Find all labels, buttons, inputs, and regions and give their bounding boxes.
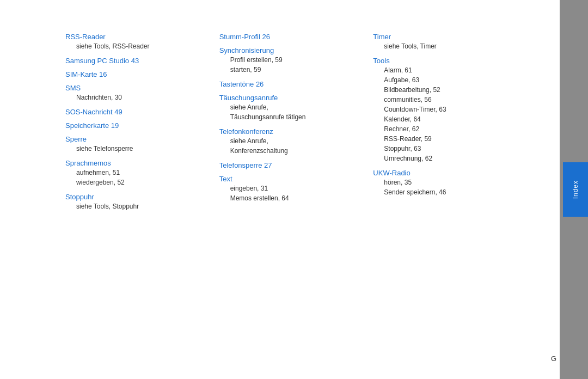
entry-sub-tools: Countdown-Timer, 63 bbox=[373, 105, 516, 114]
entry-sub-text: Memos erstellen, 64 bbox=[219, 193, 363, 203]
entry-sub-tools: RSS-Reader, 59 bbox=[373, 134, 516, 144]
page-letter: G bbox=[551, 354, 556, 363]
entry-sub-tools: Aufgabe, 63 bbox=[373, 75, 516, 85]
entry-title-telefonkonferenz: Telefonkonferenz bbox=[219, 127, 363, 136]
entry-ukw-radio: UKW-Radiohören, 35Sender speichern, 46 bbox=[373, 169, 516, 197]
sidebar: Index bbox=[560, 0, 588, 379]
entry-sub-sprachmemos: wiedergeben, 52 bbox=[65, 178, 209, 187]
entry-sub-text: eingeben, 31 bbox=[219, 184, 363, 193]
entry-title-taeuschungsanrufe: Täuschungsanrufe bbox=[219, 94, 363, 102]
entry-title-sms: SMS bbox=[65, 84, 209, 92]
entry-sprachmemos: Sprachmemosaufnehmen, 51wiedergeben, 52 bbox=[65, 159, 209, 187]
entry-sub-timer: siehe Tools, Timer bbox=[373, 41, 516, 51]
entry-title-samsung-pc-studio: Samsung PC Studio 43 bbox=[65, 57, 209, 65]
entry-title-timer: Timer bbox=[373, 33, 516, 41]
entry-title-tastetoene: Tastentöne 26 bbox=[219, 80, 363, 88]
entry-telefonkonferenz: Telefonkonferenzsiehe Anrufe,Konferenzsc… bbox=[219, 127, 363, 156]
entry-title-rss-reader: RSS-Reader bbox=[65, 33, 209, 41]
entry-taeuschungsanrufe: Täuschungsanrufesiehe Anrufe,Täuschungsa… bbox=[219, 94, 363, 122]
entry-synchronisierung: SynchronisierungProfil erstellen, 59star… bbox=[219, 46, 363, 75]
entry-title-text: Text bbox=[219, 175, 363, 183]
entry-sub-tools: Bildbearbeitung, 52 bbox=[373, 85, 516, 95]
entry-sub-tools: Stoppuhr, 63 bbox=[373, 144, 516, 154]
column-2: Stumm-Profil 26SynchronisierungProfil er… bbox=[219, 33, 373, 357]
entry-sub-ukw-radio: Sender speichern, 46 bbox=[373, 187, 516, 197]
entry-sub-tools: communities, 56 bbox=[373, 95, 516, 105]
entry-stoppuhr: Stoppuhrsiehe Tools, Stoppuhr bbox=[65, 193, 209, 211]
entry-sub-telefonkonferenz: siehe Anrufe, bbox=[219, 136, 363, 146]
entry-title-synchronisierung: Synchronisierung bbox=[219, 46, 363, 54]
entry-title-sperre: Sperre bbox=[65, 135, 209, 143]
entry-sub-tools: Alarm, 61 bbox=[373, 65, 516, 75]
column-3: Timersiehe Tools, TimerToolsAlarm, 61Auf… bbox=[373, 33, 527, 357]
entry-stumm-profil: Stumm-Profil 26 bbox=[219, 33, 363, 41]
entry-text: Texteingeben, 31Memos erstellen, 64 bbox=[219, 175, 363, 203]
entry-sms: SMSNachrichten, 30 bbox=[65, 84, 209, 102]
entry-title-sos-nachricht: SOS-Nachricht 49 bbox=[65, 108, 209, 116]
entry-rss-reader: RSS-Readersiehe Tools, RSS-Reader bbox=[65, 33, 209, 51]
entry-sub-taeuschungsanrufe: siehe Anrufe, bbox=[219, 102, 363, 112]
entry-sub-tools: Umrechnung, 62 bbox=[373, 154, 516, 163]
main-content: RSS-Readersiehe Tools, RSS-ReaderSamsung… bbox=[0, 0, 560, 379]
entry-tastetoene: Tastentöne 26 bbox=[219, 80, 363, 88]
entry-sub-taeuschungsanrufe: Täuschungsanrufe tätigen bbox=[219, 112, 363, 122]
column-1: RSS-Readersiehe Tools, RSS-ReaderSamsung… bbox=[65, 33, 219, 357]
entry-title-tools: Tools bbox=[373, 57, 516, 65]
entry-tools: ToolsAlarm, 61Aufgabe, 63Bildbearbeitung… bbox=[373, 57, 516, 163]
entry-title-telefonsperre: Telefonsperre 27 bbox=[219, 161, 363, 169]
entry-timer: Timersiehe Tools, Timer bbox=[373, 33, 516, 51]
entry-title-sprachmemos: Sprachmemos bbox=[65, 159, 209, 167]
entry-sub-sms: Nachrichten, 30 bbox=[65, 93, 209, 102]
entry-sub-synchronisierung: starten, 59 bbox=[219, 65, 363, 75]
entry-samsung-pc-studio: Samsung PC Studio 43 bbox=[65, 57, 209, 65]
entry-sub-telefonkonferenz: Konferenzschaltung bbox=[219, 146, 363, 156]
entry-title-stoppuhr: Stoppuhr bbox=[65, 193, 209, 201]
entry-title-sim-karte: SIM-Karte 16 bbox=[65, 70, 209, 78]
entry-sub-sperre: siehe Telefonsperre bbox=[65, 144, 209, 154]
entry-speicherkarte: Speicherkarte 19 bbox=[65, 121, 209, 130]
index-tab[interactable]: Index bbox=[563, 162, 588, 217]
entry-sim-karte: SIM-Karte 16 bbox=[65, 70, 209, 78]
entry-sos-nachricht: SOS-Nachricht 49 bbox=[65, 108, 209, 116]
entry-title-ukw-radio: UKW-Radio bbox=[373, 169, 516, 177]
entry-sub-rss-reader: siehe Tools, RSS-Reader bbox=[65, 41, 209, 51]
entry-sub-synchronisierung: Profil erstellen, 59 bbox=[219, 55, 363, 65]
entry-sperre: Sperresiehe Telefonsperre bbox=[65, 135, 209, 154]
entry-title-speicherkarte: Speicherkarte 19 bbox=[65, 121, 209, 130]
entry-title-stumm-profil: Stumm-Profil 26 bbox=[219, 33, 363, 41]
entry-sub-tools: Kalender, 64 bbox=[373, 114, 516, 124]
sidebar-tab-label: Index bbox=[572, 180, 579, 199]
entry-sub-ukw-radio: hören, 35 bbox=[373, 178, 516, 187]
entry-sub-stoppuhr: siehe Tools, Stoppuhr bbox=[65, 201, 209, 211]
entry-telefonsperre: Telefonsperre 27 bbox=[219, 161, 363, 169]
entry-sub-sprachmemos: aufnehmen, 51 bbox=[65, 168, 209, 178]
entry-sub-tools: Rechner, 62 bbox=[373, 124, 516, 134]
